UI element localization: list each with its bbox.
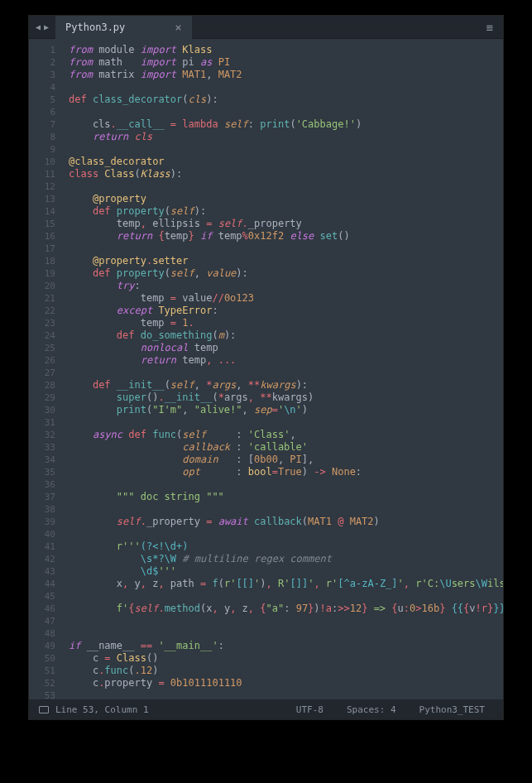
nav-arrows: ◀ ▶ [29,22,55,31]
status-syntax[interactable]: Python3_TEST [411,704,493,715]
tab-active[interactable]: Python3.py × [55,16,192,39]
code-area[interactable]: 1234567891011121314151617181920212223242… [29,39,503,699]
code-content[interactable]: from module import Klassfrom math import… [62,39,503,699]
close-icon[interactable]: × [175,21,181,34]
nav-forward-icon[interactable]: ▶ [44,22,49,31]
status-bar: Line 53, Column 1 UTF-8 Spaces: 4 Python… [29,699,503,719]
nav-back-icon[interactable]: ◀ [36,22,41,31]
tab-filename: Python3.py [65,22,125,33]
editor-window: ◀ ▶ Python3.py × ≡ 123456789101112131415… [28,15,504,720]
status-indent[interactable]: Spaces: 4 [338,704,405,715]
status-position[interactable]: Line 53, Column 1 [55,704,149,715]
menu-icon[interactable]: ≡ [477,21,503,34]
panel-icon[interactable] [39,706,49,713]
line-gutter: 1234567891011121314151617181920212223242… [29,39,62,699]
status-encoding[interactable]: UTF-8 [288,704,332,715]
tab-bar: ◀ ▶ Python3.py × ≡ [29,16,503,39]
